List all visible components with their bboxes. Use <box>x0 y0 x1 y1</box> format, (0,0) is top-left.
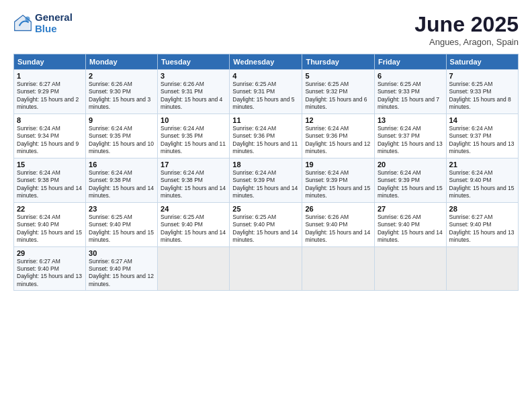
cell-info: Sunrise: 6:26 AMSunset: 9:40 PMDaylight:… <box>305 214 371 244</box>
calendar-week-2: 8Sunrise: 6:24 AMSunset: 9:34 PMDaylight… <box>14 113 519 158</box>
cell-info: Sunrise: 6:25 AMSunset: 9:40 PMDaylight:… <box>89 214 154 244</box>
day-number: 15 <box>17 161 83 169</box>
header: General Blue June 2025 Angues, Aragon, S… <box>13 12 519 47</box>
day-number: 19 <box>305 161 371 169</box>
cell-info: Sunrise: 6:25 AMSunset: 9:40 PMDaylight:… <box>161 214 226 244</box>
cell-info: Sunrise: 6:24 AMSunset: 9:39 PMDaylight:… <box>232 169 299 200</box>
calendar-cell: 29Sunrise: 6:27 AMSunset: 9:40 PMDayligh… <box>14 246 86 291</box>
calendar-cell: 21Sunrise: 6:24 AMSunset: 9:40 PMDayligh… <box>446 158 518 202</box>
cell-info: Sunrise: 6:24 AMSunset: 9:35 PMDaylight:… <box>89 125 154 156</box>
cell-info: Sunrise: 6:27 AMSunset: 9:40 PMDaylight:… <box>17 258 83 289</box>
calendar-cell: 23Sunrise: 6:25 AMSunset: 9:40 PMDayligh… <box>86 202 158 246</box>
month-title: June 2025 <box>414 12 519 37</box>
calendar-cell: 2Sunrise: 6:26 AMSunset: 9:30 PMDaylight… <box>86 70 158 114</box>
cell-info: Sunrise: 6:24 AMSunset: 9:39 PMDaylight:… <box>305 169 371 200</box>
calendar-cell: 12Sunrise: 6:24 AMSunset: 9:36 PMDayligh… <box>302 113 375 158</box>
day-number: 30 <box>89 249 154 257</box>
cell-info: Sunrise: 6:24 AMSunset: 9:36 PMDaylight:… <box>232 125 299 156</box>
day-number: 16 <box>89 161 154 169</box>
cell-info: Sunrise: 6:27 AMSunset: 9:40 PMDaylight:… <box>449 214 515 244</box>
day-number: 21 <box>449 161 515 169</box>
day-number: 28 <box>449 205 515 213</box>
cell-info: Sunrise: 6:24 AMSunset: 9:40 PMDaylight:… <box>449 169 515 200</box>
cell-info: Sunrise: 6:24 AMSunset: 9:37 PMDaylight:… <box>449 125 515 156</box>
calendar-cell: 25Sunrise: 6:25 AMSunset: 9:40 PMDayligh… <box>230 202 302 246</box>
calendar-cell <box>158 246 230 291</box>
logo-icon <box>13 14 32 33</box>
calendar-cell: 14Sunrise: 6:24 AMSunset: 9:37 PMDayligh… <box>446 113 518 158</box>
day-number: 20 <box>378 161 443 169</box>
calendar-cell <box>230 246 302 291</box>
calendar-cell: 17Sunrise: 6:24 AMSunset: 9:38 PMDayligh… <box>158 158 230 202</box>
cell-info: Sunrise: 6:27 AMSunset: 9:29 PMDaylight:… <box>17 81 83 111</box>
cell-info: Sunrise: 6:26 AMSunset: 9:40 PMDaylight:… <box>378 214 443 244</box>
calendar-cell: 15Sunrise: 6:24 AMSunset: 9:38 PMDayligh… <box>14 158 86 202</box>
calendar-week-5: 29Sunrise: 6:27 AMSunset: 9:40 PMDayligh… <box>14 246 519 291</box>
calendar-table: SundayMondayTuesdayWednesdayThursdayFrid… <box>13 54 519 291</box>
cell-info: Sunrise: 6:24 AMSunset: 9:35 PMDaylight:… <box>161 125 226 156</box>
calendar-cell: 3Sunrise: 6:26 AMSunset: 9:31 PMDaylight… <box>158 70 230 114</box>
weekday-header-monday: Monday <box>86 54 158 70</box>
calendar-week-1: 1Sunrise: 6:27 AMSunset: 9:29 PMDaylight… <box>14 70 519 114</box>
day-number: 17 <box>161 161 226 169</box>
calendar-cell: 20Sunrise: 6:24 AMSunset: 9:39 PMDayligh… <box>374 158 446 202</box>
day-number: 13 <box>378 116 443 124</box>
day-number: 4 <box>232 72 299 80</box>
day-number: 9 <box>89 116 154 124</box>
weekday-header-wednesday: Wednesday <box>230 54 302 70</box>
calendar-cell: 11Sunrise: 6:24 AMSunset: 9:36 PMDayligh… <box>230 113 302 158</box>
day-number: 22 <box>17 205 83 213</box>
day-number: 29 <box>17 249 83 257</box>
weekday-header-sunday: Sunday <box>14 54 86 70</box>
day-number: 24 <box>161 205 226 213</box>
calendar-cell: 22Sunrise: 6:24 AMSunset: 9:40 PMDayligh… <box>14 202 86 246</box>
calendar-cell <box>302 246 375 291</box>
calendar-cell: 13Sunrise: 6:24 AMSunset: 9:37 PMDayligh… <box>374 113 446 158</box>
calendar-cell: 18Sunrise: 6:24 AMSunset: 9:39 PMDayligh… <box>230 158 302 202</box>
cell-info: Sunrise: 6:24 AMSunset: 9:40 PMDaylight:… <box>17 214 83 244</box>
calendar-week-4: 22Sunrise: 6:24 AMSunset: 9:40 PMDayligh… <box>14 202 519 246</box>
weekday-header-thursday: Thursday <box>302 54 375 70</box>
day-number: 5 <box>305 72 371 80</box>
calendar-cell <box>446 246 518 291</box>
svg-point-2 <box>26 16 30 21</box>
calendar-cell: 19Sunrise: 6:24 AMSunset: 9:39 PMDayligh… <box>302 158 375 202</box>
calendar-cell: 4Sunrise: 6:25 AMSunset: 9:31 PMDaylight… <box>230 70 302 114</box>
cell-info: Sunrise: 6:25 AMSunset: 9:33 PMDaylight:… <box>449 81 515 111</box>
title-block: June 2025 Angues, Aragon, Spain <box>414 12 519 47</box>
day-number: 26 <box>305 205 371 213</box>
calendar-cell: 28Sunrise: 6:27 AMSunset: 9:40 PMDayligh… <box>446 202 518 246</box>
day-number: 7 <box>449 72 515 80</box>
cell-info: Sunrise: 6:25 AMSunset: 9:32 PMDaylight:… <box>305 81 371 111</box>
calendar-cell: 7Sunrise: 6:25 AMSunset: 9:33 PMDaylight… <box>446 70 518 114</box>
day-number: 3 <box>161 72 226 80</box>
weekday-header-friday: Friday <box>374 54 446 70</box>
calendar-cell <box>374 246 446 291</box>
day-number: 14 <box>449 116 515 124</box>
calendar-cell: 27Sunrise: 6:26 AMSunset: 9:40 PMDayligh… <box>374 202 446 246</box>
day-number: 2 <box>89 72 154 80</box>
cell-info: Sunrise: 6:26 AMSunset: 9:31 PMDaylight:… <box>161 81 226 111</box>
calendar-cell: 6Sunrise: 6:25 AMSunset: 9:33 PMDaylight… <box>374 70 446 114</box>
calendar-cell: 9Sunrise: 6:24 AMSunset: 9:35 PMDaylight… <box>86 113 158 158</box>
cell-info: Sunrise: 6:25 AMSunset: 9:31 PMDaylight:… <box>232 81 299 111</box>
cell-info: Sunrise: 6:24 AMSunset: 9:38 PMDaylight:… <box>161 169 226 200</box>
calendar-cell: 5Sunrise: 6:25 AMSunset: 9:32 PMDaylight… <box>302 70 375 114</box>
day-number: 27 <box>378 205 443 213</box>
location: Angues, Aragon, Spain <box>414 37 519 47</box>
weekday-header-tuesday: Tuesday <box>158 54 230 70</box>
day-number: 23 <box>89 205 154 213</box>
calendar-cell: 26Sunrise: 6:26 AMSunset: 9:40 PMDayligh… <box>302 202 375 246</box>
cell-info: Sunrise: 6:27 AMSunset: 9:40 PMDaylight:… <box>89 258 154 289</box>
day-number: 11 <box>232 116 299 124</box>
logo-text: General Blue <box>35 12 73 34</box>
day-number: 12 <box>305 116 371 124</box>
calendar-cell: 10Sunrise: 6:24 AMSunset: 9:35 PMDayligh… <box>158 113 230 158</box>
cell-info: Sunrise: 6:24 AMSunset: 9:39 PMDaylight:… <box>378 169 443 200</box>
day-number: 8 <box>17 116 83 124</box>
calendar-cell: 24Sunrise: 6:25 AMSunset: 9:40 PMDayligh… <box>158 202 230 246</box>
calendar-cell: 8Sunrise: 6:24 AMSunset: 9:34 PMDaylight… <box>14 113 86 158</box>
logo: General Blue <box>13 12 73 34</box>
cell-info: Sunrise: 6:24 AMSunset: 9:38 PMDaylight:… <box>17 169 83 200</box>
day-number: 6 <box>378 72 443 80</box>
